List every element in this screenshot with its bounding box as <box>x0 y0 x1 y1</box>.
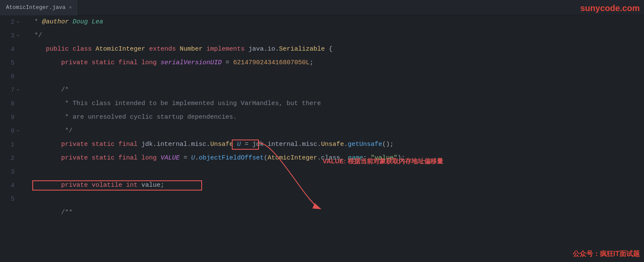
token: VALUE <box>160 151 180 165</box>
token <box>31 83 61 97</box>
token <box>88 138 92 151</box>
file-tab[interactable]: AtomicInteger.java × <box>0 0 78 15</box>
token <box>31 151 61 165</box>
fold-icon[interactable]: − <box>14 33 21 38</box>
token <box>31 97 65 111</box>
line-gutter: 9 <box>0 111 24 124</box>
token <box>145 43 149 56</box>
line-number: 2 <box>0 19 14 26</box>
line-number: 3 <box>0 32 14 39</box>
token: private <box>61 56 88 70</box>
token <box>115 56 118 70</box>
watermark-bottom: 公众号：疯狂IT面试题 <box>573 250 640 259</box>
token: */ <box>65 124 73 138</box>
token: private <box>61 151 88 165</box>
token: Number <box>180 43 202 56</box>
token: volatile <box>92 179 122 192</box>
token: = jdk.internal.misc. <box>241 138 321 151</box>
line-gutter: 2− <box>0 15 24 29</box>
line-number: 4 <box>0 182 14 189</box>
close-icon[interactable]: × <box>69 5 72 10</box>
line-gutter: 7− <box>0 83 24 97</box>
token <box>31 206 61 219</box>
token: 6214790243416807050L <box>233 56 309 70</box>
line-gutter: 4 <box>0 179 24 192</box>
tab-filename: AtomicInteger.java <box>6 4 65 11</box>
watermark-top: sunycode.com <box>580 3 640 13</box>
token <box>138 56 141 70</box>
token: U <box>191 151 195 165</box>
token: /* <box>61 83 69 97</box>
token: (); <box>382 138 394 151</box>
line-gutter: 3 <box>0 165 24 179</box>
token: ; <box>309 56 313 70</box>
token: int <box>126 179 138 192</box>
token: serialVersionUID <box>160 56 222 70</box>
line-gutter: 1 <box>0 138 24 151</box>
token: static <box>92 151 115 165</box>
token: = <box>222 56 233 70</box>
token: Unsafe <box>321 138 344 151</box>
token: static <box>92 56 115 70</box>
token: { <box>325 43 332 56</box>
token: Unsafe <box>210 138 233 151</box>
token: Serializable <box>279 43 325 56</box>
token: objectFieldOffset <box>199 151 264 165</box>
token: @author <box>42 15 69 29</box>
fold-icon[interactable]: − <box>14 128 21 134</box>
token: long <box>141 151 157 165</box>
token <box>31 179 61 192</box>
token: implements <box>206 43 245 56</box>
token: final <box>118 151 138 165</box>
token: final <box>118 138 138 151</box>
token: ( <box>264 151 267 165</box>
annotation-label: VALUE: 根据当前对象获取内存地址偏移量 <box>323 157 443 165</box>
fold-icon[interactable]: − <box>14 20 21 25</box>
token <box>31 124 65 138</box>
token <box>157 151 160 165</box>
token: private <box>61 138 88 151</box>
token <box>31 111 65 124</box>
line-gutter: 2 <box>0 151 24 165</box>
code-line: */ <box>31 29 644 43</box>
line-number: 5 <box>0 196 14 202</box>
token: final <box>118 56 138 70</box>
line-gutter: 5 <box>0 56 24 70</box>
token <box>138 151 141 165</box>
token <box>92 43 96 56</box>
line-gutter: 0− <box>0 124 24 138</box>
code-line: private volatile int value; <box>31 179 644 192</box>
code-line <box>31 70 644 83</box>
token: value; <box>138 179 164 192</box>
token <box>31 56 61 70</box>
token <box>69 43 73 56</box>
code-line: /** <box>31 206 644 219</box>
line-gutter: 3− <box>0 29 24 43</box>
line-gutter <box>0 206 24 219</box>
line-number: 4 <box>0 46 14 53</box>
token: long <box>141 56 157 70</box>
line-gutter: 6 <box>0 70 24 83</box>
token: AtomicInteger <box>267 151 317 165</box>
token: . <box>344 138 348 151</box>
line-number: 5 <box>0 60 14 66</box>
token <box>157 56 160 70</box>
line-number: 8 <box>0 100 14 107</box>
line-gutter: 4 <box>0 43 24 56</box>
token: */ <box>31 29 42 43</box>
line-number: 6 <box>0 73 14 80</box>
token: java.io. <box>245 43 279 56</box>
code-line: * @author Doug Lea <box>31 15 644 29</box>
code-line: private static final long serialVersionU… <box>31 56 644 70</box>
token <box>88 56 92 70</box>
line-number: 2 <box>0 155 14 162</box>
code-line: private static final jdk.internal.misc.U… <box>31 138 644 151</box>
token <box>31 138 61 151</box>
token: * <box>31 15 42 29</box>
line-gutter: 8 <box>0 97 24 111</box>
fold-icon[interactable]: − <box>14 88 21 93</box>
token <box>122 179 126 192</box>
token <box>88 151 92 165</box>
token: static <box>92 138 115 151</box>
token <box>176 43 180 56</box>
